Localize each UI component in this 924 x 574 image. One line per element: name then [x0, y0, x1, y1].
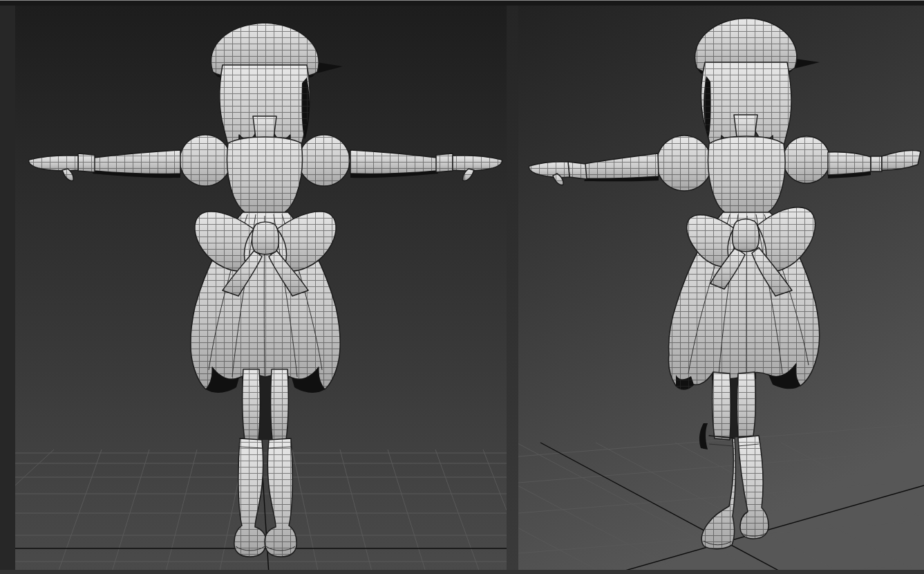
window-bottom-border — [0, 570, 924, 574]
viewport-back-canvas — [15, 6, 507, 570]
viewport-area — [0, 0, 924, 574]
viewport-splitter[interactable] — [507, 6, 518, 570]
window-left-border — [0, 6, 15, 570]
viewport-back-view[interactable] — [15, 6, 507, 570]
viewport-perspective-view[interactable] — [518, 6, 924, 570]
window-top-border — [0, 0, 924, 6]
viewport-perspective-canvas — [518, 6, 924, 570]
